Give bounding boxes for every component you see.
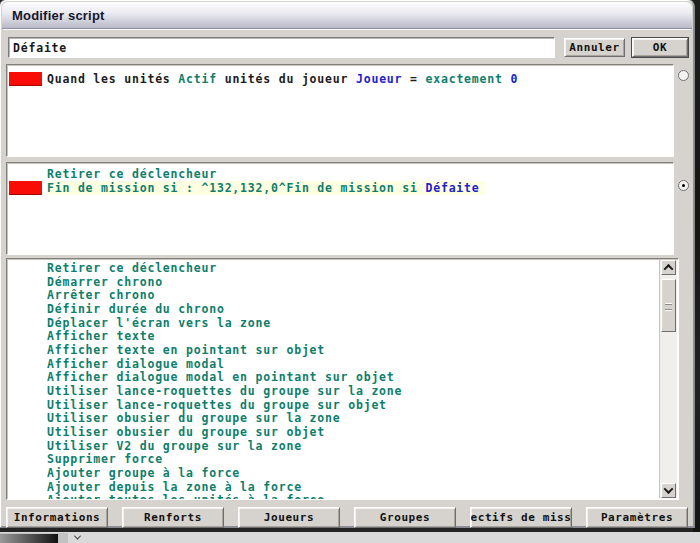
list-item[interactable]: Démarrer chrono [47, 276, 661, 290]
condition-radio[interactable] [678, 70, 689, 81]
list-item[interactable]: Supprimer force [47, 453, 661, 467]
condition-text: unités du joueur [217, 72, 356, 86]
list-item[interactable]: Ajouter groupe à la force [47, 467, 661, 481]
list-item[interactable]: Afficher texte en pointant sur objet [47, 344, 661, 358]
condition-text: Quand les unités [47, 72, 178, 86]
desktop-background [693, 0, 700, 543]
list-item[interactable]: Ajouter toutes les unités à la force [47, 494, 661, 499]
footer-button[interactable]: ectifs de miss [470, 507, 572, 528]
footer-button[interactable]: Renforts [122, 507, 224, 528]
footer-buttons: InformationsRenfortsJoueursGroupesectifs… [6, 507, 688, 528]
chevron-down-icon [664, 484, 674, 494]
list-item[interactable]: Utiliser obusier du groupe sur objet [47, 426, 661, 440]
selected-action-line[interactable]: Fin de mission si : ^132,132,0^Fin de mi… [47, 181, 486, 195]
action-listbox[interactable]: Retirer ce déclencheurDémarrer chronoArr… [6, 258, 679, 500]
condition-line[interactable]: Quand les unités Actif unités du joueur … [47, 72, 518, 86]
list-item[interactable]: Arrêter chrono [47, 289, 661, 303]
thumb-grip [665, 304, 672, 310]
cancel-button[interactable]: Annuler [564, 38, 625, 57]
action-text: Fin de mission si : ^132,132,0^Fin de mi… [47, 181, 425, 195]
chevron-up-icon [664, 264, 674, 274]
action-panel[interactable]: Retirer ce déclencheur Fin de mission si… [6, 162, 674, 255]
footer-button[interactable]: Paramètres [586, 507, 688, 528]
scroll-down-button[interactable] [661, 483, 676, 498]
script-name-input[interactable] [8, 37, 555, 58]
condition-operator: = [402, 72, 425, 86]
footer-button[interactable]: Groupes [354, 507, 456, 528]
list-item[interactable]: Déplacer l'écran vers la zone [47, 317, 661, 331]
background-bar [0, 533, 58, 543]
list-item[interactable]: Afficher dialogue modal [47, 358, 661, 372]
action-marker[interactable] [9, 181, 42, 195]
list-item[interactable]: Utiliser lance-roquettes du groupe sur o… [47, 399, 661, 413]
condition-keyword: exactement [425, 72, 502, 86]
ok-button[interactable]: OK [632, 38, 688, 57]
action-radio[interactable] [678, 180, 689, 191]
condition-panel[interactable]: Quand les unités Actif unités du joueur … [6, 64, 674, 157]
chevron-down-icon [73, 533, 80, 540]
scrollbar[interactable] [659, 260, 677, 498]
dropdown-button[interactable] [70, 532, 84, 543]
screen: Modifier script Annuler OK Quand les uni… [0, 0, 700, 543]
footer-button[interactable]: Informations [6, 507, 108, 528]
titlebar[interactable]: Modifier script [2, 2, 692, 29]
action-param: Défaite [425, 181, 479, 195]
action-list: Retirer ce déclencheurDémarrer chronoArr… [7, 259, 661, 499]
list-item[interactable]: Utiliser lance-roquettes du groupe sur l… [47, 385, 661, 399]
footer-button[interactable]: Joueurs [238, 507, 340, 528]
list-item[interactable]: Définir durée du chrono [47, 303, 661, 317]
modifier-script-dialog: Modifier script Annuler OK Quand les uni… [0, 0, 694, 527]
remove-trigger-item[interactable]: Retirer ce déclencheur [47, 167, 217, 181]
list-item[interactable]: Afficher dialogue modal en pointant sur … [47, 371, 661, 385]
list-item[interactable]: Ajouter depuis la zone à la force [47, 481, 661, 495]
background-segment [58, 533, 68, 543]
scrollbar-thumb[interactable] [661, 279, 676, 332]
list-item[interactable]: Retirer ce déclencheur [47, 262, 661, 276]
list-item[interactable]: Utiliser obusier du groupe sur la zone [47, 412, 661, 426]
window-title: Modifier script [2, 8, 105, 23]
condition-keyword: Actif [178, 72, 217, 86]
scroll-up-button[interactable] [661, 260, 676, 275]
condition-marker[interactable] [9, 72, 42, 86]
list-item[interactable]: Afficher texte [47, 330, 661, 344]
list-item[interactable]: Utiliser V2 du groupe sur la zone [47, 440, 661, 454]
condition-value: 0 [503, 72, 518, 86]
below-window-strip [0, 532, 700, 543]
condition-param: Joueur [356, 72, 402, 86]
